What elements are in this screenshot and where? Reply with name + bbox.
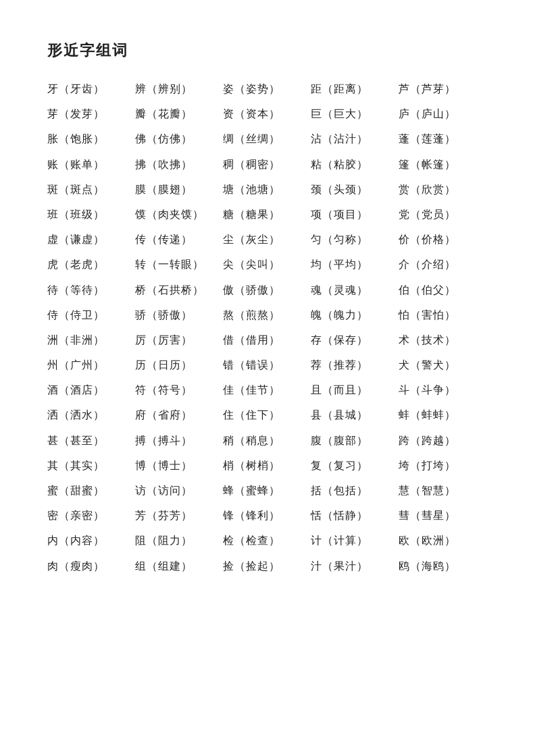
list-item: 尖（尖叫）: [223, 255, 311, 273]
list-item: 欧（欧洲）: [399, 531, 486, 549]
list-item: 均（平均）: [311, 255, 399, 273]
list-item: 梢（树梢）: [223, 456, 311, 475]
list-item: 彗（彗星）: [399, 506, 486, 524]
list-item: 距（距离）: [311, 80, 399, 98]
list-item: 历（日历）: [135, 356, 223, 374]
list-item: 桥（石拱桥）: [135, 281, 223, 299]
list-item: 骄（骄傲）: [135, 306, 223, 324]
list-item: 熬（煎熬）: [223, 306, 311, 324]
table-row: 密（亲密）芳（芬芳）锋（锋利）恬（恬静）彗（彗星）: [47, 506, 488, 524]
list-item: 糖（糖果）: [223, 205, 311, 223]
list-item: 魂（灵魂）: [311, 281, 399, 299]
list-item: 阻（阻力）: [135, 531, 223, 549]
list-item: 转（一转眼）: [135, 255, 223, 273]
list-item: 价（价格）: [399, 230, 486, 248]
page: 形近字组词 牙（牙齿）辨（辨别）姿（姿势）距（距离）芦（芦芽）芽（发芽）瓣（花瓣…: [0, 0, 535, 622]
list-item: 瓣（花瓣）: [135, 105, 223, 123]
table-row: 肉（瘦肉）组（组建）捡（捡起）汁（果汁）鸥（海鸥）: [47, 557, 488, 575]
table-row: 内（内容）阻（阻力）检（检查）计（计算）欧（欧洲）: [47, 531, 488, 549]
list-item: 尘（灰尘）: [223, 230, 311, 248]
table-row: 胀（饱胀）佛（仿佛）绸（丝绸）沾（沾汁）蓬（莲蓬）: [47, 130, 488, 148]
table-row: 班（班级）馍（肉夹馍）糖（糖果）项（项目）党（党员）: [47, 205, 488, 223]
list-item: 绸（丝绸）: [223, 130, 311, 148]
list-item: 县（县城）: [311, 406, 399, 424]
table-row: 斑（斑点）膜（膜翅）塘（池塘）颈（头颈）赏（欣赏）: [47, 180, 488, 198]
list-item: 复（复习）: [311, 456, 399, 475]
list-item: 赏（欣赏）: [399, 180, 486, 198]
list-item: 洒（洒水）: [47, 406, 135, 424]
list-item: 稠（稠密）: [223, 155, 311, 173]
list-item: 州（广州）: [47, 356, 135, 374]
table-row: 账（账单）拂（吹拂）稠（稠密）粘（粘胶）篷（帐篷）: [47, 155, 488, 173]
table-row: 酒（酒店）符（符号）佳（佳节）且（而且）斗（斗争）: [47, 381, 488, 399]
list-item: 内（内容）: [47, 531, 135, 549]
list-item: 蓬（莲蓬）: [399, 130, 486, 148]
table-row: 蜜（甜蜜）访（访问）蜂（蜜蜂）括（包括）慧（智慧）: [47, 481, 488, 500]
list-item: 肉（瘦肉）: [47, 557, 135, 575]
list-item: 汁（果汁）: [311, 557, 399, 575]
table-row: 虎（老虎）转（一转眼）尖（尖叫）均（平均）介（介绍）: [47, 255, 488, 273]
list-item: 虚（谦虚）: [47, 230, 135, 248]
list-item: 传（传递）: [135, 230, 223, 248]
table-row: 甚（甚至）搏（搏斗）稍（稍息）腹（腹部）跨（跨越）: [47, 431, 488, 450]
list-item: 蜂（蜜蜂）: [223, 481, 311, 500]
list-item: 洲（非洲）: [47, 331, 135, 349]
list-item: 巨（巨大）: [311, 105, 399, 123]
table-row: 侍（侍卫）骄（骄傲）熬（煎熬）魄（魄力）怕（害怕）: [47, 306, 488, 324]
list-item: 密（亲密）: [47, 506, 135, 524]
list-item: 怕（害怕）: [399, 306, 486, 324]
list-item: 资（资本）: [223, 105, 311, 123]
page-title: 形近字组词: [47, 40, 488, 61]
list-item: 芦（芦芽）: [399, 80, 486, 98]
list-item: 庐（庐山）: [399, 105, 486, 123]
list-item: 篷（帐篷）: [399, 155, 486, 173]
content-grid: 牙（牙齿）辨（辨别）姿（姿势）距（距离）芦（芦芽）芽（发芽）瓣（花瓣）资（资本）…: [47, 80, 488, 582]
list-item: 馍（肉夹馍）: [135, 205, 223, 223]
list-item: 存（保存）: [311, 331, 399, 349]
list-item: 甚（甚至）: [47, 431, 135, 450]
list-item: 厉（厉害）: [135, 331, 223, 349]
list-item: 魄（魄力）: [311, 306, 399, 324]
list-item: 术（技术）: [399, 331, 486, 349]
list-item: 沾（沾汁）: [311, 130, 399, 148]
list-item: 犬（警犬）: [399, 356, 486, 374]
list-item: 且（而且）: [311, 381, 399, 399]
list-item: 佛（仿佛）: [135, 130, 223, 148]
list-item: 虎（老虎）: [47, 255, 135, 273]
list-item: 介（介绍）: [399, 255, 486, 273]
list-item: 姿（姿势）: [223, 80, 311, 98]
list-item: 荐（推荐）: [311, 356, 399, 374]
list-item: 粘（粘胶）: [311, 155, 399, 173]
list-item: 项（项目）: [311, 205, 399, 223]
list-item: 借（借用）: [223, 331, 311, 349]
table-row: 州（广州）历（日历）错（错误）荐（推荐）犬（警犬）: [47, 356, 488, 374]
list-item: 斗（斗争）: [399, 381, 486, 399]
list-item: 塘（池塘）: [223, 180, 311, 198]
list-item: 侍（侍卫）: [47, 306, 135, 324]
table-row: 洒（洒水）府（省府）住（住下）县（县城）蚌（蚌蚌）: [47, 406, 488, 424]
list-item: 其（其实）: [47, 456, 135, 475]
list-item: 博（博士）: [135, 456, 223, 475]
list-item: 访（访问）: [135, 481, 223, 500]
list-item: 酒（酒店）: [47, 381, 135, 399]
list-item: 稍（稍息）: [223, 431, 311, 450]
list-item: 鸥（海鸥）: [399, 557, 486, 575]
list-item: 括（包括）: [311, 481, 399, 500]
list-item: 府（省府）: [135, 406, 223, 424]
list-item: 垮（打垮）: [399, 456, 486, 475]
table-row: 芽（发芽）瓣（花瓣）资（资本）巨（巨大）庐（庐山）: [47, 105, 488, 123]
list-item: 组（组建）: [135, 557, 223, 575]
list-item: 颈（头颈）: [311, 180, 399, 198]
table-row: 洲（非洲）厉（厉害）借（借用）存（保存）术（技术）: [47, 331, 488, 349]
list-item: 拂（吹拂）: [135, 155, 223, 173]
list-item: 蜜（甜蜜）: [47, 481, 135, 500]
list-item: 伯（伯父）: [399, 281, 486, 299]
list-item: 斑（斑点）: [47, 180, 135, 198]
list-item: 待（等待）: [47, 281, 135, 299]
list-item: 匀（匀称）: [311, 230, 399, 248]
list-item: 班（班级）: [47, 205, 135, 223]
list-item: 检（检查）: [223, 531, 311, 549]
list-item: 计（计算）: [311, 531, 399, 549]
table-row: 待（等待）桥（石拱桥）傲（骄傲）魂（灵魂）伯（伯父）: [47, 281, 488, 299]
table-row: 虚（谦虚）传（传递）尘（灰尘）匀（匀称）价（价格）: [47, 230, 488, 248]
